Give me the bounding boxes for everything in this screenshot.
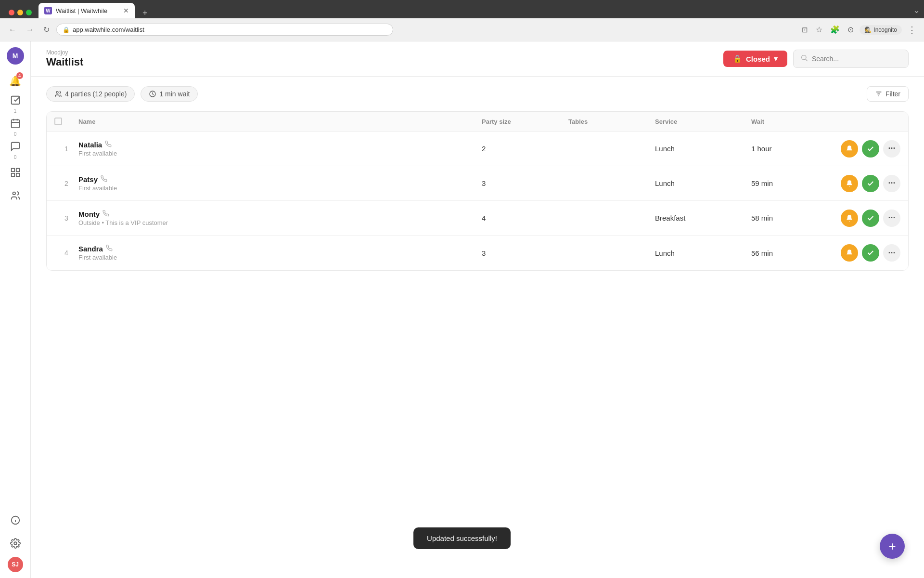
party-size: 3: [482, 179, 568, 187]
row-number: 4: [54, 249, 78, 257]
customer-name: Natalia: [78, 141, 102, 149]
user-avatar[interactable]: SJ: [8, 557, 23, 572]
sidebar-item-info[interactable]: [5, 511, 26, 532]
service-col: Lunch: [655, 249, 751, 257]
app-header: Moodjoy Waitlist 🔒 Closed ▾: [31, 41, 924, 77]
sidebar: M 🔔 4 1: [0, 41, 31, 578]
sidebar-item-waitlist[interactable]: 1: [5, 93, 26, 115]
sidebar-item-calendar[interactable]: 0: [5, 117, 26, 138]
back-button[interactable]: ←: [6, 24, 19, 36]
svg-point-14: [802, 55, 806, 60]
page-title: Waitlist: [46, 56, 83, 68]
wait-stat[interactable]: 1 min wait: [141, 86, 198, 102]
browser-tab[interactable]: W Waitlist | Waitwhile ✕: [38, 3, 135, 18]
customer-name: Patsy: [78, 175, 98, 184]
table-row[interactable]: 2 Patsy First available 3: [47, 166, 908, 201]
notify-button[interactable]: [841, 244, 858, 262]
forward-button[interactable]: →: [23, 24, 37, 36]
svg-rect-6: [16, 168, 19, 171]
search-bar[interactable]: [793, 50, 909, 68]
extensions-icon[interactable]: 🧩: [828, 23, 842, 36]
party-size: 2: [482, 144, 568, 153]
refresh-button[interactable]: ↻: [40, 23, 52, 36]
svg-rect-8: [11, 173, 14, 176]
parties-stat-label: 4 parties (12 people): [65, 90, 127, 98]
search-input[interactable]: [812, 55, 901, 63]
select-all-checkbox[interactable]: [54, 118, 62, 125]
phone-icon: [103, 210, 109, 218]
row-number: 2: [54, 180, 78, 187]
menu-icon[interactable]: ⋮: [906, 23, 918, 37]
svg-rect-0: [11, 96, 19, 104]
address-bar[interactable]: 🔒 app.waitwhile.com/waitlist: [56, 24, 393, 36]
window-maximize[interactable]: [26, 10, 32, 15]
sidebar-top-avatar[interactable]: M: [7, 47, 24, 65]
customer-sub: First available: [78, 254, 482, 261]
calendar-icon: [10, 118, 21, 131]
notify-button[interactable]: [841, 140, 858, 158]
chevron-down-icon: ▾: [774, 54, 778, 63]
tab-close-button[interactable]: ✕: [123, 7, 129, 14]
people-icon: [10, 190, 21, 203]
serve-button[interactable]: [862, 140, 879, 158]
serve-button[interactable]: [862, 175, 879, 192]
party-size: 4: [482, 214, 568, 222]
parties-stat[interactable]: 4 parties (12 people): [46, 86, 135, 102]
table-row[interactable]: 4 Sandra First available 3: [47, 236, 908, 270]
svg-rect-5: [11, 168, 14, 171]
row-actions: ···: [823, 140, 900, 158]
row-name-col: Patsy First available: [78, 175, 482, 192]
customer-sub: First available: [78, 184, 482, 192]
wait-col: 59 min: [751, 179, 823, 187]
incognito-icon: 🕵: [864, 26, 872, 33]
more-button[interactable]: ···: [883, 244, 900, 262]
party-size: 3: [482, 249, 568, 257]
serve-button[interactable]: [862, 210, 879, 227]
row-number: 1: [54, 145, 78, 153]
lock-icon: 🔒: [63, 26, 70, 33]
closed-label: Closed: [746, 55, 770, 63]
new-tab-button[interactable]: +: [139, 8, 152, 18]
tab-label: Waitlist | Waitwhile: [56, 7, 107, 14]
row-actions: ···: [823, 244, 900, 262]
svg-line-15: [806, 59, 808, 61]
phone-icon: [106, 245, 113, 253]
service-col: Breakfast: [655, 214, 751, 222]
more-button[interactable]: ···: [883, 140, 900, 158]
sidebar-item-settings[interactable]: [5, 534, 26, 555]
sidebar-item-messages[interactable]: 0: [5, 140, 26, 161]
table-row[interactable]: 3 Monty Outside • This is a VIP customer: [47, 201, 908, 236]
svg-point-16: [56, 92, 58, 93]
more-button[interactable]: ···: [883, 175, 900, 192]
browser-toolbar: ← → ↻ 🔒 app.waitwhile.com/waitlist ⊡ ☆ 🧩…: [0, 18, 924, 41]
cast-icon[interactable]: ⊡: [800, 24, 810, 36]
bookmark-icon[interactable]: ☆: [814, 23, 824, 36]
notify-button[interactable]: [841, 175, 858, 192]
company-name: Moodjoy: [46, 49, 83, 56]
table-row[interactable]: 1 Natalia First available 2: [47, 131, 908, 166]
profile-icon[interactable]: ⊙: [846, 23, 856, 36]
incognito-label: Incognito: [873, 26, 897, 33]
sidebar-item-apps[interactable]: [5, 163, 26, 184]
waitlist-table: Name Party size Tables Service Wait 1 Na…: [46, 111, 909, 271]
serve-button[interactable]: [862, 244, 879, 262]
chevron-down-icon[interactable]: ⌄: [913, 5, 920, 15]
closed-button[interactable]: 🔒 Closed ▾: [723, 51, 787, 67]
sidebar-item-notifications[interactable]: 🔔 4: [5, 70, 26, 92]
col-tables: Tables: [568, 118, 655, 125]
sidebar-item-people[interactable]: [5, 186, 26, 207]
col-name: Name: [78, 118, 482, 125]
window-minimize[interactable]: [17, 10, 23, 15]
filter-button[interactable]: Filter: [867, 86, 909, 102]
add-fab-button[interactable]: +: [880, 534, 905, 559]
svg-point-9: [13, 192, 15, 195]
more-button[interactable]: ···: [883, 210, 900, 227]
browser-actions: ⊡ ☆ 🧩 ⊙ 🕵 Incognito ⋮: [800, 23, 918, 37]
incognito-pill[interactable]: 🕵 Incognito: [860, 25, 902, 35]
toast-message: Updated successfully!: [427, 534, 497, 542]
notify-button[interactable]: [841, 210, 858, 227]
notifications-badge: 4: [16, 72, 23, 79]
window-close[interactable]: [9, 10, 14, 15]
search-icon: [800, 54, 808, 64]
chat-icon: [10, 141, 21, 154]
